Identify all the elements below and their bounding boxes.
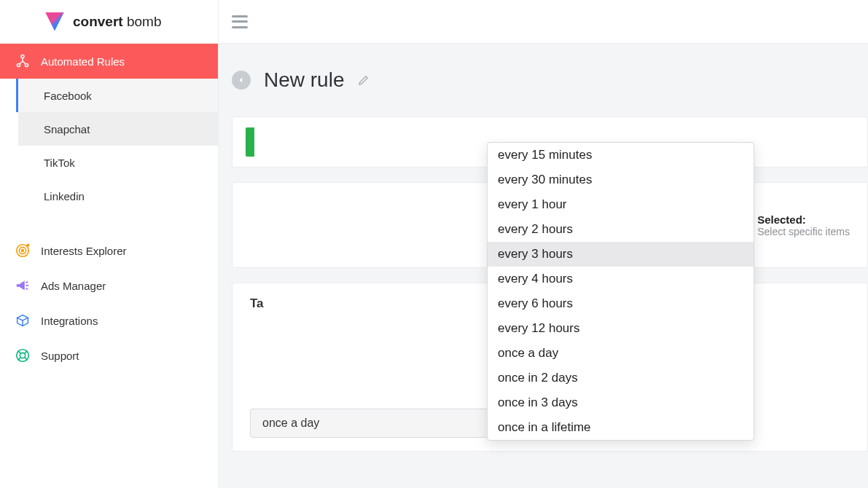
sidebar-item-automated-rules[interactable]: Automated Rules xyxy=(0,44,218,79)
sidebar-sub-facebook[interactable]: Facebook xyxy=(16,79,218,112)
logo-text: convert bomb xyxy=(73,14,161,30)
menu-toggle-button[interactable] xyxy=(232,15,248,28)
main: New rule ly to Selected: Select specific… xyxy=(219,0,868,488)
frequency-option[interactable]: every 3 hours xyxy=(488,242,754,267)
svg-point-0 xyxy=(21,55,24,58)
frequency-option[interactable]: every 15 minutes xyxy=(488,143,754,168)
sidebar-item-label: Automated Rules xyxy=(41,55,125,68)
frequency-option[interactable]: once in a lifetime xyxy=(488,415,754,440)
frequency-option[interactable]: every 6 hours xyxy=(488,291,754,316)
selected-title: Selected: xyxy=(757,213,850,226)
frequency-option[interactable]: once a day xyxy=(488,341,754,366)
sidebar-subgroup: Facebook Snapchat TikTok Linkedin xyxy=(16,79,218,213)
frequency-select[interactable]: once a day xyxy=(250,409,527,438)
sidebar-sub-snapchat[interactable]: Snapchat xyxy=(18,112,218,146)
frequency-option[interactable]: every 30 minutes xyxy=(488,168,754,192)
sidebar-item-label: Integrations xyxy=(41,315,98,327)
automation-icon xyxy=(15,53,31,69)
selected-subtitle: Select specific items xyxy=(757,226,850,237)
sidebar-item-label: Interests Explorer xyxy=(41,245,127,257)
lifebuoy-icon xyxy=(15,347,31,363)
sidebar-item-interests[interactable]: Interests Explorer xyxy=(0,233,218,268)
frequency-option[interactable]: every 1 hour xyxy=(488,192,754,217)
frequency-option[interactable]: every 2 hours xyxy=(488,217,754,242)
frequency-option[interactable]: once in 2 days xyxy=(488,366,754,390)
logo-mark-icon xyxy=(45,12,64,31)
sidebar-sub-linkedin[interactable]: Linkedin xyxy=(18,179,218,213)
logo[interactable]: convert bomb xyxy=(0,0,218,44)
sidebar-sub-tiktok[interactable]: TikTok xyxy=(18,146,218,179)
sidebar-item-ads-manager[interactable]: Ads Manager xyxy=(0,268,218,303)
top-bar xyxy=(219,0,868,44)
sidebar: convert bomb Automated Rules Facebook Sn… xyxy=(0,0,219,488)
svg-point-7 xyxy=(20,353,25,358)
frequency-select-value: once a day xyxy=(262,417,319,430)
page-header: New rule xyxy=(219,44,868,117)
back-button[interactable] xyxy=(232,71,251,90)
megaphone-icon xyxy=(15,278,31,294)
page-title: New rule xyxy=(264,68,344,92)
arrow-left-icon xyxy=(236,75,246,85)
frequency-option[interactable]: every 4 hours xyxy=(488,267,754,291)
sidebar-item-integrations[interactable]: Integrations xyxy=(0,303,218,338)
sidebar-item-support[interactable]: Support xyxy=(0,338,218,373)
svg-point-5 xyxy=(22,250,24,252)
frequency-dropdown[interactable]: every 15 minutesevery 30 minutesevery 1 … xyxy=(487,142,754,441)
frequency-option[interactable]: every 12 hours xyxy=(488,316,754,341)
sidebar-item-label: Ads Manager xyxy=(41,280,106,292)
blocks-icon xyxy=(15,312,31,328)
target-icon xyxy=(15,243,31,259)
status-indicator xyxy=(246,127,254,157)
frequency-option[interactable]: once in 3 days xyxy=(488,390,754,415)
edit-icon[interactable] xyxy=(357,74,370,87)
sidebar-item-label: Support xyxy=(41,350,79,362)
